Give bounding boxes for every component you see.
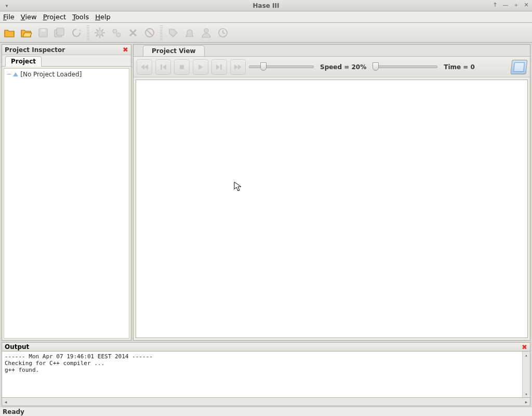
- scroll-up-icon[interactable]: ▴: [523, 352, 530, 358]
- svg-rect-1: [41, 29, 45, 32]
- cursor-icon: [234, 181, 242, 192]
- project-inspector-panel: Project Inspector ✖ Project ─ [No Projec…: [2, 44, 131, 341]
- inspector-title: Project Inspector: [5, 46, 65, 54]
- speed-slider-thumb[interactable]: [260, 62, 267, 71]
- scroll-left-icon[interactable]: ◂: [2, 398, 9, 406]
- speed-slider[interactable]: [249, 62, 314, 72]
- minimize-icon[interactable]: —: [502, 1, 509, 8]
- svg-line-10: [102, 35, 103, 36]
- inspector-header: Project Inspector ✖: [2, 45, 131, 55]
- clock-button: [215, 25, 231, 41]
- svg-rect-20: [220, 64, 222, 70]
- clean-button: [142, 25, 157, 41]
- menu-view[interactable]: View: [21, 13, 37, 21]
- tree-root-label: [No Project Loaded]: [20, 71, 82, 78]
- toolbar-separator: [87, 25, 89, 40]
- tree-branch-icon: ─: [7, 71, 11, 78]
- open-folder-button[interactable]: [2, 25, 18, 41]
- speed-label: Speed = 20%: [320, 63, 366, 71]
- playback-controls: Speed = 20% Time = 0: [134, 57, 530, 77]
- inspector-tab-project[interactable]: Project: [5, 56, 42, 67]
- user-button: [198, 25, 214, 41]
- output-panel: Output ✖ ------ Mon Apr 07 19:46:01 EEST…: [0, 342, 532, 407]
- main-area: Project Inspector ✖ Project ─ [No Projec…: [0, 43, 532, 342]
- output-close-icon[interactable]: ✖: [522, 343, 527, 351]
- build-button: [92, 25, 108, 41]
- menubar: File View Project Tools Help: [0, 11, 532, 23]
- inspector-tabstrip: Project: [2, 55, 131, 67]
- stop-playback-button: [174, 59, 190, 75]
- menu-file[interactable]: File: [3, 13, 15, 21]
- project-view-panel: Project View Speed = 20% Time =: [133, 44, 530, 341]
- output-hscrollbar[interactable]: ◂ ▸: [2, 398, 530, 406]
- close-icon[interactable]: ✕: [523, 1, 530, 8]
- output-text[interactable]: ------ Mon Apr 07 19:46:01 EEST 2014 ---…: [2, 352, 530, 398]
- menu-help[interactable]: Help: [95, 13, 111, 21]
- run-button: [109, 25, 124, 41]
- tree-root-item[interactable]: ─ [No Project Loaded]: [7, 71, 126, 78]
- svg-line-11: [96, 35, 98, 36]
- time-label: Time = 0: [444, 63, 475, 71]
- svg-point-14: [116, 33, 121, 37]
- svg-line-12: [102, 29, 103, 31]
- save-button: [35, 25, 51, 41]
- svg-line-9: [96, 29, 98, 31]
- svg-rect-19: [180, 65, 184, 69]
- svg-rect-3: [57, 28, 64, 35]
- status-text: Ready: [3, 408, 24, 415]
- maximize-icon[interactable]: ＋: [512, 1, 520, 8]
- pview-tabstrip: Project View: [134, 45, 530, 56]
- step-forward-button: [211, 59, 227, 75]
- fast-forward-button: [230, 59, 246, 75]
- time-slider[interactable]: [373, 62, 437, 72]
- output-title: Output: [5, 343, 29, 350]
- svg-rect-18: [161, 64, 162, 70]
- output-vscrollbar[interactable]: ▴ ▾: [522, 352, 530, 397]
- svg-point-13: [113, 29, 117, 33]
- statusbar: Ready: [0, 407, 532, 416]
- project-root-icon: [13, 72, 18, 76]
- stop-button: [125, 25, 141, 41]
- save-all-button: [52, 25, 68, 41]
- window-title: Hase III: [0, 2, 532, 9]
- svg-point-4: [97, 30, 102, 35]
- time-slider-thumb[interactable]: [373, 62, 379, 71]
- inspector-close-icon[interactable]: ✖: [123, 46, 128, 54]
- toolbar-separator: [160, 25, 163, 40]
- rewind-button: [137, 59, 152, 75]
- reload-button: [69, 25, 84, 41]
- view-options-button[interactable]: [511, 60, 528, 74]
- menu-tools[interactable]: Tools: [72, 13, 89, 21]
- tag-button: [165, 25, 181, 41]
- toolbar: [0, 23, 532, 43]
- titlebar: ▾ Hase III ↑ — ＋ ✕: [0, 0, 532, 11]
- window-up-icon[interactable]: ↑: [491, 1, 499, 8]
- notify-button: [182, 25, 197, 41]
- open-project-button[interactable]: [19, 25, 34, 41]
- step-back-button: [155, 59, 171, 75]
- project-canvas[interactable]: [136, 80, 528, 338]
- inspector-tree[interactable]: ─ [No Project Loaded]: [4, 68, 129, 339]
- menu-project[interactable]: Project: [43, 13, 66, 21]
- play-button: [193, 59, 208, 75]
- output-header: Output ✖: [2, 342, 530, 352]
- scroll-right-icon[interactable]: ▸: [523, 398, 530, 406]
- svg-point-16: [204, 29, 208, 33]
- scroll-down-icon[interactable]: ▾: [523, 391, 530, 397]
- tab-project-view[interactable]: Project View: [143, 45, 205, 56]
